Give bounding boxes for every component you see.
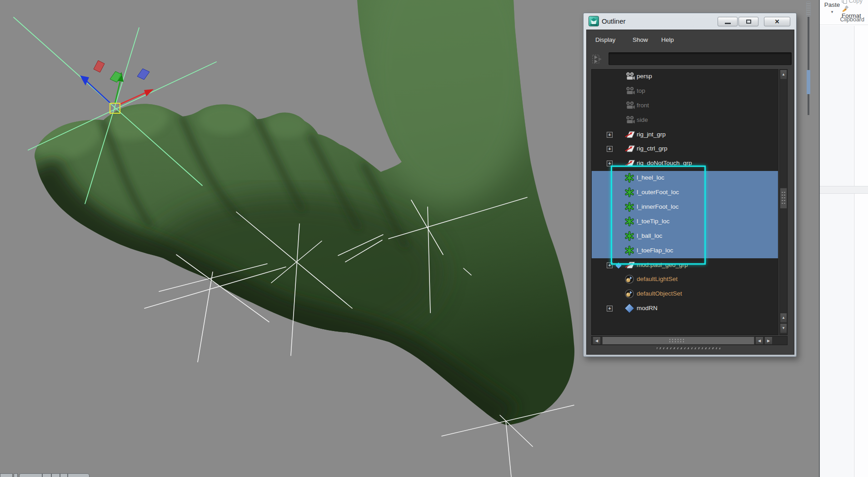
format-painter-button[interactable]: Format: [842, 5, 868, 14]
copy-label: Copy: [849, 0, 863, 4]
outliner-titlebar[interactable]: Outliner ✕: [584, 13, 796, 30]
node-label: top: [637, 87, 645, 94]
paste-dropdown-icon[interactable]: ▾: [824, 10, 840, 14]
paste-label: Paste: [824, 1, 840, 8]
reference-node-icon: [624, 303, 634, 315]
tree-row-side[interactable]: side: [592, 113, 778, 128]
minimize-icon: [725, 23, 731, 24]
toolbar-tab[interactable]: [42, 473, 51, 477]
outliner-search-row: [587, 50, 794, 68]
scroll-right-icon[interactable]: ▶: [764, 336, 773, 345]
toolbar-tab[interactable]: [0, 473, 13, 477]
copy-button[interactable]: Copy: [842, 0, 863, 5]
camera-icon: [624, 115, 635, 127]
office-ribbon-sliver: Copy Paste ▾ Format Clipboard: [819, 0, 868, 477]
minimize-button[interactable]: [718, 17, 738, 26]
menu-show[interactable]: Show: [633, 36, 648, 43]
expand-icon[interactable]: +: [607, 306, 613, 311]
search-input[interactable]: [609, 52, 792, 65]
scroll-up-icon[interactable]: ▲: [780, 313, 787, 323]
node-label: side: [637, 116, 648, 123]
tree-row-persp[interactable]: persp: [592, 70, 778, 84]
edge-scrollbar-segment[interactable]: [807, 70, 810, 94]
close-button[interactable]: ✕: [764, 17, 790, 26]
pane-divider: [854, 26, 854, 477]
object-set-icon: [624, 289, 634, 301]
menu-display[interactable]: Display: [595, 36, 615, 43]
paste-button[interactable]: Paste ▾: [824, 1, 840, 15]
camera-icon: [624, 86, 635, 98]
outliner-menubar: Display Show Help: [587, 30, 794, 50]
toolbar-tab[interactable]: [68, 473, 90, 477]
node-label: persp: [637, 73, 652, 80]
bottom-toolbar-sliver: [0, 473, 95, 477]
edge-scrollbar-thumb[interactable]: [806, 1, 811, 16]
maya-desktop: Outliner ✕ Display Show Help: [0, 0, 868, 477]
expand-icon[interactable]: +: [607, 146, 613, 152]
toolbar-tab[interactable]: [19, 473, 42, 477]
tree-row-rig-ctrl-grp[interactable]: + rig_ctrl_grp: [592, 142, 778, 156]
tree-row-top[interactable]: top: [592, 84, 778, 99]
tree-row-modrn[interactable]: + modRN: [592, 301, 778, 316]
tree-row-defaultlightset[interactable]: defaultLightSet: [592, 272, 778, 287]
scroll-up-icon[interactable]: ▲: [780, 70, 787, 80]
clipboard-group-label: Clipboard: [820, 16, 864, 23]
scroll-left-icon[interactable]: ◀: [593, 336, 601, 345]
close-icon: ✕: [775, 18, 780, 25]
node-label: rig_ctrl_grp: [637, 145, 668, 152]
office-pane-shade: [820, 26, 853, 477]
toolbar-tab[interactable]: [51, 473, 60, 477]
expand-icon[interactable]: +: [607, 132, 613, 138]
copy-icon: [842, 0, 847, 4]
maximize-button[interactable]: [738, 17, 758, 26]
scroll-down-icon[interactable]: ▼: [780, 323, 787, 333]
resize-grip[interactable]: [657, 347, 720, 349]
ribbon-divider: [820, 25, 868, 25]
edge-scrollbar-track[interactable]: [808, 17, 809, 115]
vertical-scroll-thumb[interactable]: [780, 188, 787, 209]
tree-row-front[interactable]: front: [592, 99, 778, 113]
object-set-icon: [624, 274, 634, 286]
camera-icon: [624, 71, 635, 83]
horizontal-scroll-thumb[interactable]: [602, 336, 754, 345]
node-label: defaultLightSet: [637, 276, 678, 282]
transform-group-icon: [624, 130, 636, 141]
node-label: rig_jnt_grp: [637, 131, 666, 138]
node-label: front: [637, 102, 649, 109]
toolbar-tab[interactable]: [60, 473, 68, 477]
maya-app-icon: [589, 16, 599, 26]
tree-horizontal-scrollbar[interactable]: ◀ ◀ ▶: [591, 336, 788, 345]
scroll-left-icon[interactable]: ◀: [755, 336, 763, 345]
pane-horizontal-band: [820, 186, 868, 194]
transform-group-icon: [624, 144, 636, 156]
tree-row-defaultobjectset[interactable]: defaultObjectSet: [592, 287, 778, 301]
tree-vertical-scrollbar[interactable]: ▲ ▲ ▼: [779, 69, 788, 335]
window-title: Outliner: [602, 17, 626, 25]
camera-icon: [624, 100, 635, 112]
edge-scrollbar[interactable]: [806, 1, 811, 116]
maximize-icon: [746, 20, 751, 24]
node-label: defaultObjectSet: [637, 290, 682, 297]
menu-help[interactable]: Help: [661, 36, 674, 43]
tree-row-rig-jnt-grp[interactable]: + rig_jnt_grp: [592, 128, 778, 142]
selection-marquee: [611, 166, 706, 265]
filter-icon[interactable]: [591, 53, 604, 67]
toolbar-tab[interactable]: [14, 473, 18, 477]
format-painter-icon: [842, 5, 848, 12]
node-label: modRN: [637, 305, 658, 311]
